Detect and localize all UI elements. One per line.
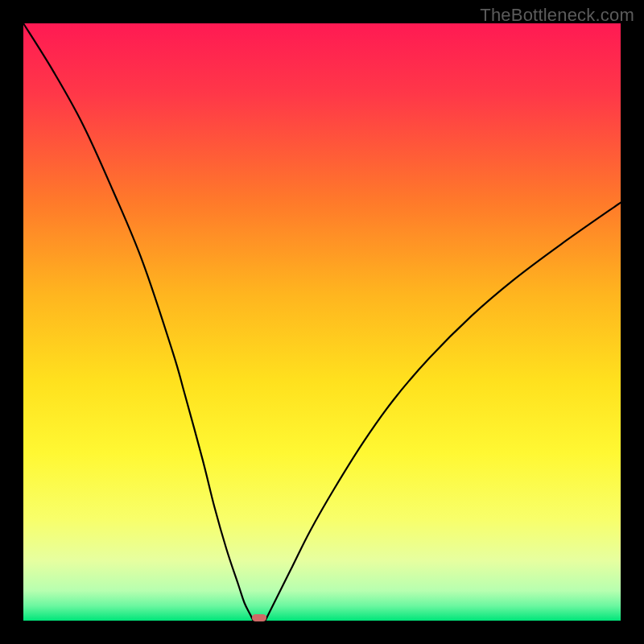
chart-frame: TheBottleneck.com [0, 0, 644, 644]
minimum-marker [252, 614, 267, 621]
watermark-text: TheBottleneck.com [480, 5, 634, 26]
plot-area [23, 23, 621, 621]
bottleneck-curve [23, 23, 621, 621]
